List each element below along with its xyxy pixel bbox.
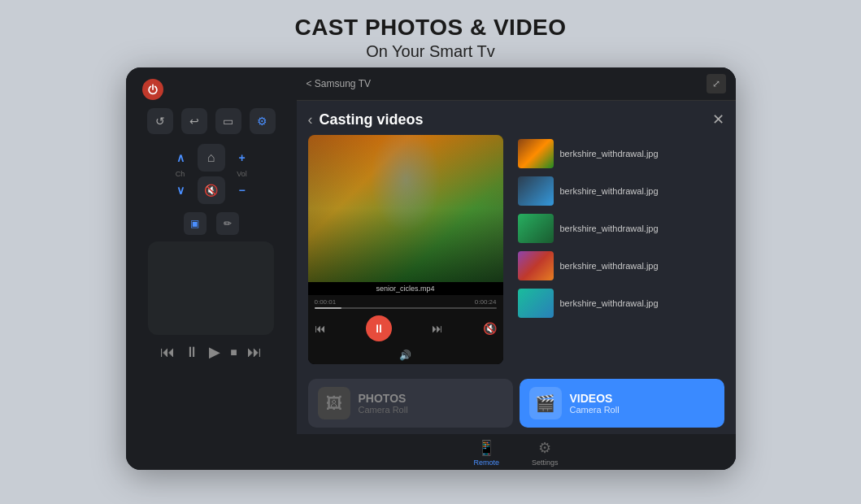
list-item[interactable]: berkshire_withdrawal.jpg (515, 135, 729, 172)
vol-label: Vol (237, 170, 247, 178)
player-skip-back[interactable]: ⏮ (315, 322, 326, 335)
mute-button[interactable]: 🔇 (198, 176, 225, 204)
home-button[interactable]: ⌂ (198, 144, 225, 172)
progress-current: 0:00:01 (315, 298, 337, 306)
video-filename: senior_cicles.mp4 (308, 282, 503, 295)
photos-tab[interactable]: 🖼 PHOTOS Camera Roll (308, 379, 513, 428)
back-icon-btn[interactable]: ↩ (181, 108, 207, 134)
settings-nav-icon: ⚙ (538, 439, 551, 457)
list-item[interactable]: berkshire_withdrawal.jpg (515, 285, 729, 322)
file-thumbnail (518, 251, 554, 280)
remote-panel: ↺ ↩ ▭ ⚙ ∧ Ch ∨ ⌂ 🔇 + Vol − ▣ ✏ (126, 67, 297, 470)
list-item[interactable]: berkshire_withdrawal.jpg (515, 247, 729, 285)
page-title: CAST PHOTOS & VIDEO (294, 15, 566, 41)
exit-button[interactable]: ⤢ (707, 74, 726, 93)
photos-sub: Camera Roll (359, 405, 408, 415)
remote-nav-label: Remote (473, 458, 499, 467)
remote-nav-icon: 📱 (477, 439, 495, 457)
file-thumbnail (518, 289, 554, 318)
settings-icon-btn[interactable]: ⚙ (250, 108, 276, 134)
file-name: berkshire_withdrawal.jpg (560, 261, 726, 271)
skip-back-button[interactable]: ⏮ (160, 344, 175, 361)
vol-up-button[interactable]: + (233, 149, 251, 167)
bottom-nav: 📱 Remote ⚙ Settings (297, 434, 736, 470)
player-speaker[interactable]: 🔊 (399, 350, 411, 361)
casting-panel: ‹ Casting videos ✕ senior_cicles.mp4 0:0… (297, 101, 736, 434)
tv-source-btn[interactable]: ▣ (184, 212, 207, 235)
photos-label: PHOTOS (359, 392, 408, 405)
pause-button[interactable]: ⏸ (185, 344, 199, 361)
top-bar: < Samsung TV ⤢ (297, 67, 736, 101)
skip-forward-button[interactable]: ⏭ (247, 344, 262, 361)
player-volume[interactable]: 🔇 (483, 322, 497, 335)
ch-label: Ch (176, 170, 185, 178)
casting-close-button[interactable]: ✕ (712, 111, 724, 128)
refresh-icon-btn[interactable]: ↺ (147, 108, 173, 134)
nav-item-remote[interactable]: 📱 Remote (473, 439, 499, 467)
page-subtitle: On Your Smart Tv (294, 42, 566, 61)
edit-btn[interactable]: ✏ (216, 212, 239, 235)
player-skip-forward[interactable]: ⏭ (432, 322, 443, 335)
device-frame: ↺ ↩ ▭ ⚙ ∧ Ch ∨ ⌂ 🔇 + Vol − ▣ ✏ (126, 67, 736, 470)
video-player: senior_cicles.mp4 0:00:01 0:00:24 ⏮ ⏸ (308, 135, 503, 364)
screen-icon-btn[interactable]: ▭ (215, 108, 241, 134)
ch-down-button[interactable]: ∨ (172, 181, 189, 199)
content-panel: < Samsung TV ⤢ ‹ Casting videos ✕ senior… (297, 67, 736, 470)
power-button[interactable] (142, 79, 163, 100)
settings-nav-label: Settings (532, 458, 559, 467)
file-name: berkshire_withdrawal.jpg (560, 149, 726, 159)
casting-title: Casting videos (320, 111, 424, 128)
file-list: berkshire_withdrawal.jpg berkshire_withd… (511, 135, 736, 322)
file-thumbnail (518, 176, 554, 206)
photos-icon: 🖼 (318, 387, 350, 419)
play-button[interactable]: ▶ (209, 343, 220, 361)
ch-up-button[interactable]: ∧ (172, 149, 189, 167)
progress-bar[interactable] (315, 307, 497, 309)
list-item[interactable]: berkshire_withdrawal.jpg (515, 210, 729, 247)
casting-back-button[interactable]: ‹ (308, 111, 313, 128)
list-item[interactable]: berkshire_withdrawal.jpg (515, 172, 729, 210)
videos-label: VIDEOS (570, 392, 620, 405)
file-name: berkshire_withdrawal.jpg (560, 186, 726, 196)
file-name: berkshire_withdrawal.jpg (560, 298, 726, 308)
progress-total: 0:00:24 (475, 298, 497, 306)
videos-sub: Camera Roll (570, 405, 620, 415)
page-header: CAST PHOTOS & VIDEO On Your Smart Tv (294, 0, 566, 67)
touchpad[interactable] (148, 241, 274, 335)
file-thumbnail (518, 139, 554, 168)
videos-icon: 🎬 (529, 387, 562, 419)
vol-down-button[interactable]: − (233, 181, 251, 199)
stop-button[interactable]: ■ (230, 345, 237, 358)
player-play-pause[interactable]: ⏸ (366, 315, 392, 341)
video-thumbnail (308, 135, 503, 282)
videos-tab[interactable]: 🎬 VIDEOS Camera Roll (520, 379, 724, 428)
file-name: berkshire_withdrawal.jpg (560, 224, 726, 233)
nav-item-settings[interactable]: ⚙ Settings (532, 439, 559, 467)
back-button[interactable]: < Samsung TV (307, 78, 372, 89)
file-thumbnail (518, 214, 554, 243)
